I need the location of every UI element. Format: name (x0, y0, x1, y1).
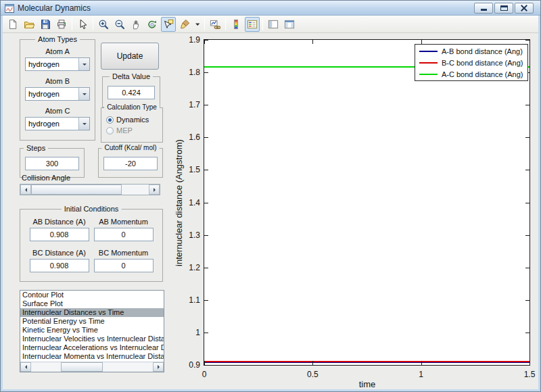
list-item[interactable]: Surface Plot (20, 299, 164, 308)
rotate-3d-button[interactable] (145, 17, 160, 32)
insert-colorbar-button[interactable] (229, 17, 243, 32)
legend-label: A-B bond distance (Ang) (442, 47, 523, 55)
brush-data-icon (179, 19, 190, 30)
data-cursor-button[interactable] (161, 17, 176, 32)
x-tick-label: 0 (191, 370, 218, 379)
print-figure-button[interactable] (54, 17, 69, 32)
hscroll-track[interactable] (31, 362, 153, 372)
y-tick-label: 1.3 (181, 230, 200, 240)
chevron-down-icon[interactable] (78, 88, 89, 100)
list-item[interactable]: Kinetic Energy vs Time (20, 326, 164, 335)
legend-item[interactable]: B-C bond distance (Ang) (415, 57, 527, 68)
list-item[interactable]: Potential Energy vs Time (20, 317, 164, 326)
print-figure-icon (56, 19, 67, 30)
steps-input[interactable] (25, 157, 79, 170)
list-item[interactable]: Internuclear Velocities vs Internuclear … (20, 335, 164, 343)
list-item[interactable]: Contour Plot (20, 291, 164, 299)
list-item[interactable]: Internuclear Accelerations vs Internucle… (20, 343, 164, 352)
y-tick-label: 1.8 (181, 68, 200, 77)
combo-value: hydrogen (26, 88, 78, 100)
y-tick-label: 1.7 (181, 100, 200, 109)
hide-plot-tools-icon (268, 19, 279, 30)
hscroll-thumb[interactable] (61, 362, 103, 372)
atom-select-label: Atom B (45, 77, 70, 85)
delta-value-input[interactable] (108, 86, 155, 99)
pan-button[interactable] (128, 17, 143, 32)
show-plot-tools-button[interactable] (282, 17, 297, 32)
ic-input-bc-momentum[interactable] (94, 259, 154, 272)
calculation-type-title: Calculation Type (104, 103, 160, 111)
new-figure-button[interactable] (5, 17, 20, 32)
ic-label: BC Distance (A) (32, 249, 86, 257)
atom-c-select[interactable]: hydrogen (25, 117, 90, 130)
minimize-icon (481, 9, 487, 11)
collision-angle-label: Collision Angle (22, 174, 70, 182)
legend-item[interactable]: A-B bond distance (Ang) (415, 45, 527, 57)
y-tick-label: 1 (181, 328, 200, 337)
list-item[interactable]: Internuclear Distances vs Time (20, 308, 164, 317)
chevron-down-icon[interactable] (78, 118, 89, 130)
window-title: Molecular Dynamics (18, 3, 91, 13)
list-item[interactable]: Internuclear Momenta vs Internuclear Dis… (20, 352, 164, 361)
edit-plot-pointer-icon (77, 19, 88, 30)
calculation-type-panel: Calculation Type DynamicsMEP (101, 107, 163, 143)
maximize-button[interactable] (494, 3, 513, 14)
close-icon (515, 3, 533, 13)
radio-dynamics[interactable]: Dynamics (106, 116, 162, 124)
hscroll-right-arrow-icon[interactable] (153, 362, 164, 372)
edit-plot-pointer-button[interactable] (75, 17, 90, 32)
atom-b-select[interactable]: hydrogen (25, 87, 90, 101)
atom-types-panel: Atom Types Atom AhydrogenAtom BhydrogenA… (20, 39, 95, 141)
zoom-in-button[interactable] (96, 17, 111, 32)
save-figure-button[interactable] (38, 17, 53, 32)
legend-line-sample (419, 74, 438, 75)
ic-input-ab-distance-a-[interactable] (30, 228, 89, 241)
initial-conditions-title: Initial Conditions (62, 205, 122, 213)
figure-icon (5, 3, 14, 12)
slider-track[interactable] (122, 185, 149, 195)
link-plot-icon (210, 19, 220, 30)
atom-select-label: Atom C (45, 107, 70, 115)
hscroll-left-arrow-icon[interactable] (20, 362, 31, 372)
initial-conditions-grid: AB Distance (A)AB MomentumBC Distance (A… (20, 210, 162, 272)
open-file-button[interactable] (22, 17, 37, 32)
plot-type-items: Contour PlotSurface PlotInternuclear Dis… (20, 291, 164, 362)
insert-legend-icon (247, 19, 258, 30)
slider-thumb[interactable] (31, 185, 122, 195)
brush-dropdown-button[interactable] (193, 17, 202, 32)
atom-select-label: Atom A (45, 47, 69, 55)
app-window: Molecular Dynamics Atom Types Atom Ahydr… (0, 0, 541, 392)
chevron-down-icon[interactable] (78, 58, 89, 70)
legend-item[interactable]: A-C bond distance (Ang) (415, 68, 527, 80)
update-button[interactable]: Update (101, 43, 159, 70)
ic-input-bc-distance-a-[interactable] (30, 259, 89, 272)
insert-legend-button[interactable] (245, 17, 260, 32)
open-file-icon (24, 19, 34, 30)
y-tick-label: 1.6 (181, 132, 200, 142)
atom-a-select[interactable]: hydrogen (25, 57, 90, 71)
cutoff-input[interactable] (103, 157, 158, 170)
plot-axes[interactable] (204, 39, 530, 366)
link-plot-button[interactable] (208, 17, 222, 32)
hide-plot-tools-button[interactable] (266, 17, 281, 32)
zoom-out-button[interactable] (112, 17, 127, 32)
x-tick-label: 1.5 (516, 370, 541, 379)
collision-angle-slider[interactable] (20, 184, 160, 195)
ic-input-ab-momentum[interactable] (94, 228, 154, 241)
y-tick-label: 1.4 (181, 198, 200, 207)
radio-mep[interactable]: MEP (106, 126, 162, 134)
brush-data-button[interactable] (177, 17, 192, 32)
radio-icon (106, 127, 114, 134)
slider-left-arrow-icon[interactable] (20, 185, 31, 195)
listbox-hscrollbar[interactable] (20, 362, 164, 372)
title-bar[interactable]: Molecular Dynamics (1, 1, 540, 16)
close-button[interactable] (515, 3, 534, 14)
delta-value-title: Delta Value (110, 72, 153, 80)
plot-legend[interactable]: A-B bond distance (Ang)B-C bond distance… (415, 44, 528, 81)
toolbar-separator (93, 18, 93, 30)
plot-type-listbox[interactable]: Contour PlotSurface PlotInternuclear Dis… (20, 290, 164, 372)
slider-right-arrow-icon[interactable] (149, 185, 160, 195)
minimize-button[interactable] (474, 3, 493, 14)
toolbar (3, 16, 538, 33)
ic-label: AB Momentum (99, 218, 148, 226)
